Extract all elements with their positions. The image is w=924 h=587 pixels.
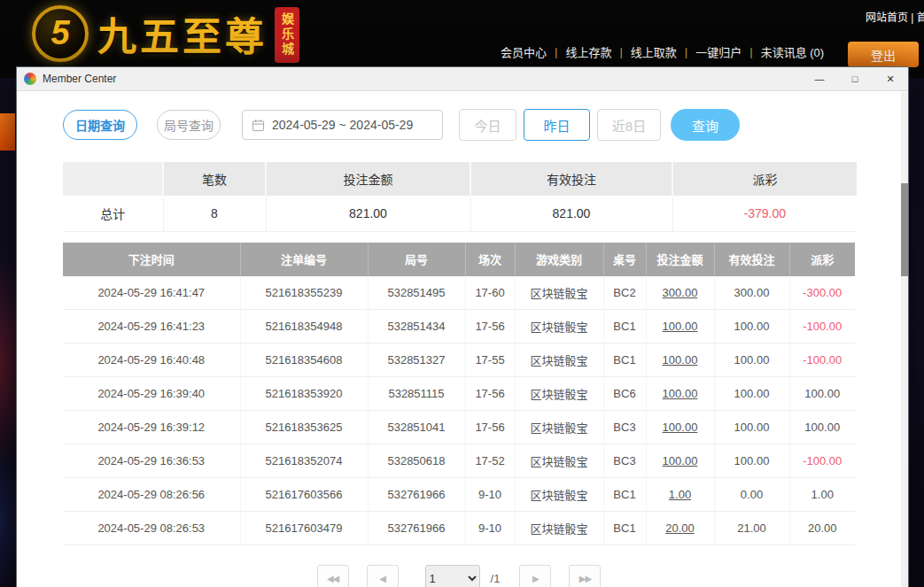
valid-bet-cell: 100.00 (714, 444, 789, 478)
table-no-cell: BC1 (603, 310, 646, 344)
window-title: Member Center (43, 73, 116, 85)
prev-page-button[interactable]: ◀ (367, 565, 399, 587)
close-button[interactable]: ✕ (873, 67, 908, 90)
table-no-cell: BC1 (603, 478, 646, 512)
round-no-cell: 532851115 (368, 377, 465, 411)
valid-bet-cell: 100.00 (714, 310, 789, 344)
bet-amount-link[interactable]: 1.00 (646, 478, 714, 512)
nav-member-center[interactable]: 会员中心 (501, 43, 547, 60)
summary-valid-bet-value: 821.00 (470, 196, 672, 231)
scrollbar-thumb[interactable] (901, 183, 908, 276)
table-no-cell: BC2 (603, 276, 646, 310)
logo-coin-icon: 5 (32, 5, 89, 62)
bet-id-cell: 521618355239 (240, 276, 368, 310)
search-button[interactable]: 查询 (671, 109, 740, 141)
round-no-cell: 532851434 (368, 310, 465, 344)
member-center-window: Member Center — □ ✕ 日期查询 局号查询 (16, 66, 909, 587)
table-no-cell: BC3 (603, 444, 646, 478)
window-titlebar[interactable]: Member Center — □ ✕ (17, 67, 908, 91)
bet-time-cell: 2024-05-29 16:40:48 (63, 344, 240, 377)
window-app-icon (24, 73, 36, 85)
summary-header-row: 笔数 投注金额 有效投注 派彩 (63, 162, 857, 196)
table-row: 2024-05-29 16:39:12 521618353625 5328510… (63, 411, 855, 444)
payout-cell: -100.00 (789, 310, 855, 344)
table-no-cell: BC1 (603, 344, 646, 377)
bet-id-cell: 521618352074 (240, 444, 368, 478)
window-scrollbar[interactable] (901, 92, 908, 587)
bet-id-cell: 521618354608 (240, 344, 368, 377)
window-content: 日期查询 局号查询 2024-05-29 ~ 2024-05-29 今日 昨日 … (17, 92, 901, 587)
minimize-button[interactable]: — (802, 67, 837, 90)
calendar-icon (252, 119, 265, 132)
bet-amount-link[interactable]: 100.00 (646, 310, 714, 344)
table-row: 2024-05-29 16:36:53 521618352074 5328506… (63, 444, 855, 478)
nav-separator: | (555, 45, 557, 58)
table-row: 2024-05-29 08:26:53 521617603479 5327619… (63, 512, 855, 545)
round-query-tab[interactable]: 局号查询 (157, 110, 221, 140)
nav-separator: | (749, 45, 752, 58)
today-button[interactable]: 今日 (459, 109, 516, 141)
nav-deposit[interactable]: 线上存款 (565, 43, 611, 60)
summary-header-bet-amount: 投注金额 (266, 162, 470, 196)
bet-records-body: 2024-05-29 16:41:47 521618355239 5328514… (63, 276, 855, 545)
session-cell: 17-60 (465, 276, 515, 310)
table-row: 2024-05-29 16:40:48 521618354608 5328513… (63, 344, 855, 377)
payout-cell: -100.00 (789, 344, 855, 377)
bet-time-cell: 2024-05-29 16:41:23 (63, 310, 240, 344)
game-type-cell: 区块链骰宝 (515, 444, 603, 478)
header-bet-id: 注单编号 (240, 243, 368, 276)
logo-badge: 娱乐城 (275, 7, 299, 63)
date-range-input[interactable]: 2024-05-29 ~ 2024-05-29 (242, 110, 443, 140)
page-select[interactable]: 1 (425, 565, 480, 587)
bet-amount-link[interactable]: 20.00 (646, 512, 714, 545)
header-payout: 派彩 (789, 243, 855, 276)
valid-bet-cell: 300.00 (714, 276, 789, 310)
maximize-button[interactable]: □ (837, 67, 873, 90)
first-page-button[interactable]: ◀◀ (317, 565, 349, 587)
last-page-button[interactable]: ▶▶ (569, 565, 601, 587)
next-page-button[interactable]: ▶ (519, 565, 551, 587)
nav-one-key-transfer[interactable]: 一键归户 (695, 43, 742, 60)
game-type-cell: 区块链骰宝 (515, 377, 603, 411)
bet-time-cell: 2024-05-29 08:26:53 (63, 512, 240, 545)
game-type-cell: 区块链骰宝 (515, 512, 603, 545)
payout-cell: 20.00 (789, 512, 855, 545)
nav-separator: | (685, 45, 687, 58)
summary-count-value: 8 (163, 196, 266, 231)
bet-id-cell: 521617603566 (240, 478, 368, 512)
table-row: 2024-05-29 16:41:47 521618355239 5328514… (63, 276, 855, 310)
bet-amount-link[interactable]: 100.00 (646, 344, 714, 377)
table-row: 2024-05-29 16:39:40 521618353920 5328511… (63, 377, 855, 411)
date-shortcut-group: 今日 昨日 近8日 (459, 109, 661, 141)
bet-time-cell: 2024-05-29 16:36:53 (63, 444, 240, 478)
header-bet-time: 下注时间 (63, 243, 240, 276)
payout-cell: 1.00 (789, 478, 855, 512)
bet-amount-link[interactable]: 300.00 (646, 276, 714, 310)
nav-separator: | (619, 45, 622, 58)
nav-unread-messages[interactable]: 未读讯息 (0) (761, 43, 825, 60)
date-query-tab[interactable]: 日期查询 (63, 110, 137, 140)
bet-id-cell: 521618354948 (240, 310, 368, 344)
header-table-no: 桌号 (603, 243, 646, 276)
site-logo[interactable]: 5 九五至尊 娱乐城 (32, 4, 299, 63)
nav-withdraw[interactable]: 线上取款 (631, 43, 677, 60)
valid-bet-cell: 100.00 (714, 377, 789, 411)
round-no-cell: 532761966 (368, 478, 465, 512)
bet-amount-link[interactable]: 100.00 (646, 444, 714, 478)
top-links[interactable]: 网站首页 | 首 (866, 9, 924, 24)
last-8-days-button[interactable]: 近8日 (597, 109, 661, 141)
session-cell: 17-56 (465, 310, 515, 344)
bet-amount-link[interactable]: 100.00 (646, 377, 714, 411)
summary-total-row: 总计 8 821.00 821.00 -379.00 (63, 196, 857, 231)
bet-amount-link[interactable]: 100.00 (646, 411, 714, 444)
round-no-cell: 532761966 (368, 512, 465, 545)
header-session: 场次 (465, 243, 515, 276)
payout-cell: -300.00 (789, 276, 855, 310)
summary-header-valid-bet: 有效投注 (470, 162, 672, 196)
valid-bet-cell: 100.00 (714, 411, 789, 444)
yesterday-button[interactable]: 昨日 (524, 109, 590, 141)
game-type-cell: 区块链骰宝 (515, 344, 603, 377)
bet-records-header-row: 下注时间 注单编号 局号 场次 游戏类别 桌号 投注金额 有效投注 派彩 (63, 243, 855, 276)
logout-button[interactable]: 登出 (848, 42, 919, 67)
round-no-cell: 532851327 (368, 344, 465, 377)
